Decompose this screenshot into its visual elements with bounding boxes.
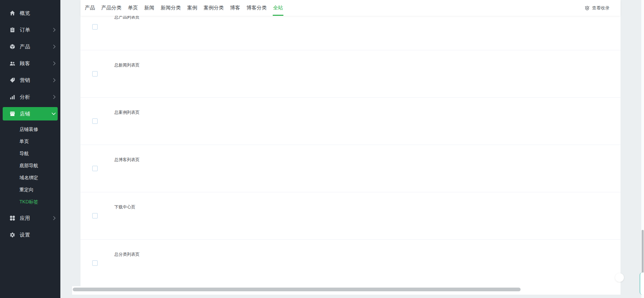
view-inclusion-button[interactable]: 查看收录 [584, 5, 609, 11]
row-checkbox[interactable] [92, 24, 98, 30]
gear-icon [9, 232, 15, 238]
chevron-right-icon [53, 61, 56, 65]
eye-icon [584, 5, 590, 11]
sidebar-item-label: 订单 [20, 27, 53, 33]
orders-icon [9, 27, 15, 33]
tab-case-categories[interactable]: 案例分类 [204, 0, 224, 16]
users-icon [9, 60, 15, 66]
home-icon [9, 10, 15, 16]
sidebar-subitem-navigation[interactable]: 导航 [0, 148, 60, 160]
tab-blog[interactable]: 博客 [230, 0, 240, 16]
sidebar-subitem-domain-binding[interactable]: 域名绑定 [0, 172, 60, 184]
sidebar-item-analytics[interactable]: 分析 [0, 89, 60, 105]
sidebar: 概览 订单 产品 顾客 [0, 0, 60, 298]
apps-grid-icon [9, 215, 15, 221]
row-checkbox[interactable] [92, 166, 98, 171]
tab-blog-categories[interactable]: 博客分类 [247, 0, 267, 16]
shop-submenu: 店铺装修 单页 导航 底部导航 域名绑定 重定向 TKD标签 [0, 122, 60, 208]
horizontal-scrollbar-thumb[interactable] [73, 288, 521, 291]
bar-chart-icon [9, 94, 15, 100]
sidebar-item-label: 店铺 [20, 111, 52, 117]
chevron-right-icon [53, 95, 56, 99]
cube-icon [9, 44, 15, 50]
sidebar-nav: 概览 订单 产品 顾客 [0, 0, 60, 243]
sidebar-item-label: 分析 [20, 94, 53, 100]
sidebar-item-overview[interactable]: 概览 [0, 5, 60, 21]
tab-cases[interactable]: 案例 [187, 0, 197, 16]
sidebar-item-apps[interactable]: 应用 [0, 210, 60, 227]
tab-news[interactable]: 新闻 [144, 0, 154, 16]
sidebar-subitem-tkd-tags[interactable]: TKD标签 [0, 196, 60, 208]
sidebar-subitem-redirect[interactable]: 重定向 [0, 184, 60, 196]
sidebar-bottom: 应用 设置 [0, 208, 60, 243]
horizontal-scrollbar-track [72, 286, 621, 295]
sidebar-item-customers[interactable]: 顾客 [0, 55, 60, 72]
tkd-page-list: 总产品列表页 总新闻列表页 总案例列表页 总博客列表页 下载中心页 总分类列表页 [80, 0, 621, 287]
row-checkbox[interactable] [92, 260, 98, 266]
sidebar-item-label: 产品 [20, 44, 53, 50]
view-inclusion-label: 查看收录 [592, 5, 609, 11]
row-page-label: 总新闻列表页 [114, 62, 140, 68]
row-checkbox[interactable] [92, 118, 98, 124]
sidebar-item-label: 顾客 [20, 60, 53, 67]
page-type-tabbar: 产品 产品分类 单页 新闻 新闻分类 案例 案例分类 博客 博客分类 全站 查看… [80, 0, 621, 16]
row-page-label: 总分类列表页 [114, 252, 140, 257]
row-checkbox[interactable] [92, 213, 98, 218]
chevron-right-icon [53, 216, 56, 220]
storefront-icon [9, 111, 15, 117]
sidebar-item-label: 应用 [20, 215, 53, 221]
vertical-scrollbar-track [641, 0, 644, 298]
tab-products[interactable]: 产品 [85, 0, 95, 16]
tag-icon [9, 77, 15, 83]
row-page-label: 下载中心页 [114, 204, 136, 210]
tkd-row: 总产品列表页 [80, 16, 621, 50]
sidebar-item-label: 设置 [20, 232, 56, 238]
sidebar-item-marketing[interactable]: 营销 [0, 72, 60, 89]
chevron-right-icon [53, 45, 56, 49]
sidebar-item-orders[interactable]: 订单 [0, 21, 60, 38]
tkd-row: 总案例列表页 [80, 97, 621, 145]
vertical-scrollbar-thumb[interactable] [642, 230, 644, 274]
chevron-down-icon [52, 112, 55, 116]
tab-product-categories[interactable]: 产品分类 [101, 0, 121, 16]
row-page-label: 总博客列表页 [114, 157, 140, 163]
tkd-row: 总分类列表页 [80, 239, 621, 287]
sidebar-item-products[interactable]: 产品 [0, 38, 60, 55]
tkd-row: 总博客列表页 [80, 145, 621, 192]
tab-site-wide[interactable]: 全站 [273, 0, 283, 16]
sidebar-subitem-single-page[interactable]: 单页 [0, 136, 60, 148]
row-page-label: 总案例列表页 [114, 110, 140, 115]
sidebar-subitem-shop-design[interactable]: 店铺装修 [0, 123, 60, 136]
tab-single-page[interactable]: 单页 [128, 0, 138, 16]
sidebar-item-label: 营销 [20, 77, 53, 84]
sidebar-item-shop[interactable]: 店铺 [3, 107, 58, 120]
main-content: 产品 产品分类 单页 新闻 新闻分类 案例 案例分类 博客 博客分类 全站 查看… [80, 0, 621, 295]
sidebar-item-label: 概览 [20, 10, 56, 16]
row-checkbox[interactable] [92, 71, 98, 77]
tkd-row: 下载中心页 [80, 192, 621, 239]
sidebar-subitem-footer-nav[interactable]: 底部导航 [0, 160, 60, 172]
sidebar-item-settings[interactable]: 设置 [0, 227, 60, 243]
tkd-row: 总新闻列表页 [80, 50, 621, 97]
edge-widget-button[interactable] [640, 272, 644, 295]
floating-button[interactable] [615, 273, 624, 282]
chevron-right-icon [53, 28, 56, 32]
tab-news-categories[interactable]: 新闻分类 [161, 0, 181, 16]
chevron-right-icon [53, 78, 56, 82]
